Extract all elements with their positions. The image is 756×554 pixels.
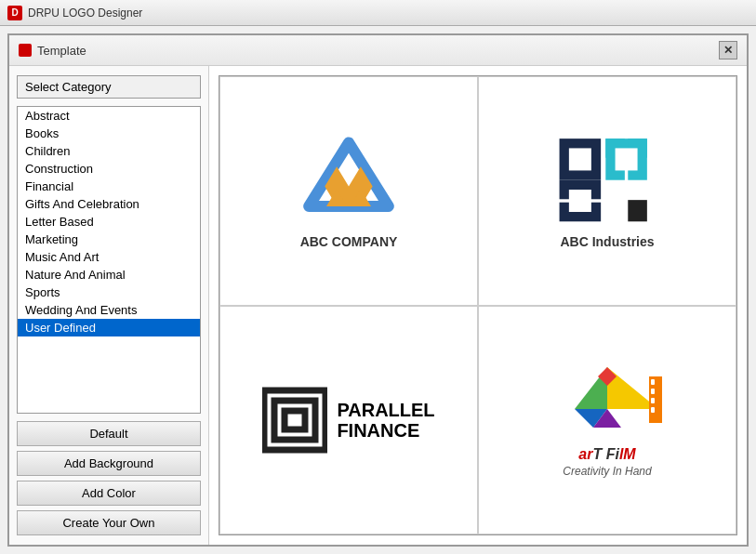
svg-rect-5 bbox=[569, 149, 591, 171]
abc-industries-svg bbox=[551, 132, 663, 225]
window-body: Select Category Abstract Books Children … bbox=[9, 66, 747, 545]
svg-rect-14 bbox=[569, 190, 591, 212]
category-item-marketing[interactable]: Marketing bbox=[18, 231, 200, 248]
category-item-financial[interactable]: Financial bbox=[18, 178, 200, 195]
category-item-user-defined[interactable]: User Defined bbox=[18, 319, 200, 336]
svg-rect-25 bbox=[651, 379, 655, 385]
app-icon: D bbox=[7, 6, 22, 20]
art-film-text-block: arT FilM Creativity In Hand bbox=[563, 446, 651, 478]
finance-text: FINANCE bbox=[337, 420, 434, 441]
category-item-nature[interactable]: Nature And Animal bbox=[18, 266, 200, 284]
category-item-wedding[interactable]: Wedding And Events bbox=[18, 301, 200, 319]
category-item-sports[interactable]: Sports bbox=[18, 284, 200, 301]
create-your-own-button[interactable]: Create Your Own bbox=[17, 510, 201, 535]
svg-rect-15 bbox=[628, 200, 647, 221]
category-list[interactable]: Abstract Books Children Construction Fin… bbox=[17, 106, 201, 414]
art-film-subtitle: Creativity In Hand bbox=[563, 465, 651, 478]
logo-cell-abc-industries[interactable]: ABC Industries bbox=[478, 76, 736, 306]
parallel-text: PARALLEL bbox=[337, 400, 434, 420]
art-film-label: arT FilM bbox=[563, 446, 651, 463]
right-panel: ABC COMPANY bbox=[209, 66, 747, 545]
action-buttons: Default Add Background Add Color Create … bbox=[17, 421, 201, 535]
svg-rect-26 bbox=[651, 389, 655, 394]
logo-cell-art-film[interactable]: arT FilM Creativity In Hand bbox=[478, 306, 736, 535]
svg-rect-10 bbox=[616, 149, 638, 171]
abc-company-svg bbox=[293, 132, 405, 225]
title-bar: D DRPU LOGO Designer bbox=[0, 0, 756, 26]
svg-rect-27 bbox=[651, 398, 655, 403]
abc-company-label: ABC COMPANY bbox=[300, 234, 398, 249]
main-window: Template ✕ Select Category Abstract Book… bbox=[7, 33, 749, 547]
category-item-letter[interactable]: Letter Based bbox=[18, 213, 200, 231]
close-button[interactable]: ✕ bbox=[719, 41, 737, 59]
svg-rect-18 bbox=[285, 411, 305, 429]
parallel-finance-text: PARALLEL FINANCE bbox=[337, 400, 434, 441]
window-title-area: Template bbox=[19, 44, 86, 58]
svg-rect-17 bbox=[274, 401, 315, 440]
default-button[interactable]: Default bbox=[17, 421, 201, 446]
parallel-finance-svg bbox=[262, 383, 327, 457]
logo-cell-parallel-finance[interactable]: PARALLEL FINANCE bbox=[219, 306, 478, 535]
film-text: Fi bbox=[606, 446, 619, 462]
add-background-button[interactable]: Add Background bbox=[17, 451, 201, 476]
category-item-children[interactable]: Children bbox=[18, 142, 200, 160]
abc-industries-label: ABC Industries bbox=[560, 234, 654, 249]
lm-text: lM bbox=[619, 446, 636, 462]
category-item-music[interactable]: Music And Art bbox=[18, 248, 200, 266]
t-text: T bbox=[592, 446, 605, 462]
logo-grid: ABC COMPANY bbox=[219, 75, 737, 535]
category-item-books[interactable]: Books bbox=[18, 125, 200, 142]
category-item-abstract[interactable]: Abstract bbox=[18, 107, 200, 125]
window-header: Template ✕ bbox=[9, 35, 747, 66]
category-item-gifts[interactable]: Gifts And Celebration bbox=[18, 195, 200, 213]
window-title-text: Template bbox=[37, 44, 86, 58]
select-category-label: Select Category bbox=[17, 75, 201, 99]
parallel-finance-content: PARALLEL FINANCE bbox=[262, 383, 434, 457]
window-icon bbox=[19, 44, 32, 57]
logo-cell-abc-company[interactable]: ABC COMPANY bbox=[219, 76, 478, 306]
category-item-construction[interactable]: Construction bbox=[18, 160, 200, 178]
art-film-svg bbox=[547, 363, 668, 446]
svg-rect-28 bbox=[651, 407, 655, 413]
add-color-button[interactable]: Add Color bbox=[17, 481, 201, 506]
app-title: DRPU LOGO Designer bbox=[28, 7, 142, 20]
left-panel: Select Category Abstract Books Children … bbox=[9, 66, 209, 545]
art-text: ar bbox=[578, 446, 592, 462]
